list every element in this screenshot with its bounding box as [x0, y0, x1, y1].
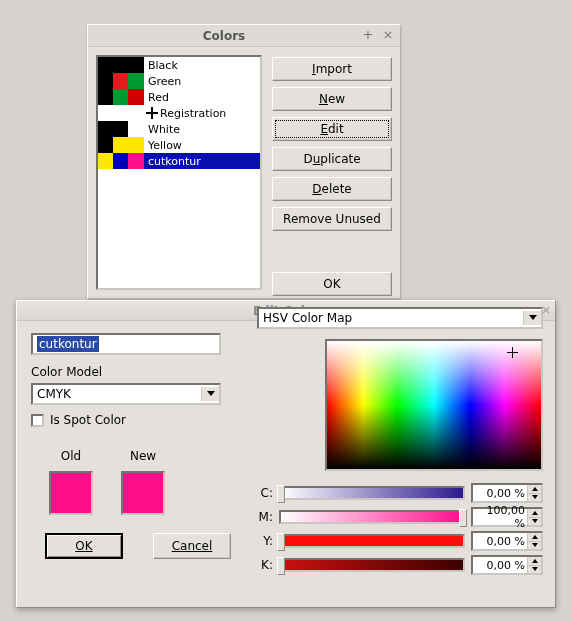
svg-marker-8 — [532, 559, 538, 563]
spin-down-icon[interactable] — [528, 494, 541, 502]
old-swatch-label: Old — [61, 449, 81, 463]
channel-slider[interactable] — [279, 534, 465, 548]
channel-label: M: — [257, 510, 273, 524]
hsv-color-map[interactable] — [325, 339, 543, 471]
channel-label: C: — [257, 486, 273, 500]
channel-spinbox[interactable]: 0,00 % — [471, 483, 543, 503]
list-item-label: Red — [148, 91, 169, 104]
delete-button[interactable]: Delete — [272, 177, 392, 201]
ok-button[interactable]: OK — [45, 533, 123, 559]
slider-knob-icon[interactable] — [459, 509, 467, 527]
close-icon[interactable]: × — [380, 28, 396, 44]
channel-value: 0,00 % — [473, 487, 527, 500]
color-swatch-icon — [128, 153, 144, 169]
color-swatch-icon — [128, 105, 144, 121]
list-item-label: Green — [148, 75, 181, 88]
channel-spinbox[interactable]: 100,00 % — [471, 507, 543, 527]
list-item[interactable]: White — [98, 121, 260, 137]
spot-color-checkbox[interactable] — [31, 414, 44, 427]
list-item-label: cutkontur — [148, 155, 201, 168]
list-item[interactable]: Red — [98, 89, 260, 105]
color-map-marker-icon[interactable] — [507, 347, 518, 358]
svg-marker-5 — [532, 519, 538, 523]
svg-marker-7 — [532, 543, 538, 547]
svg-marker-0 — [207, 391, 215, 396]
spin-down-icon[interactable] — [528, 518, 541, 526]
channel-slider[interactable] — [279, 486, 465, 500]
color-swatch-icon — [113, 89, 128, 105]
list-item-label: Black — [148, 59, 178, 72]
color-swatch-icon — [98, 153, 113, 169]
color-swatch-icon — [98, 89, 113, 105]
edit-color-dialog: Edit Color × Name: cutkontur Color Model… — [16, 300, 556, 608]
color-swatch-icon — [128, 121, 144, 137]
color-model-label: Color Model — [31, 365, 251, 379]
slider-knob-icon[interactable] — [277, 485, 285, 503]
channel-label: Y: — [257, 534, 273, 548]
spin-down-icon[interactable] — [528, 566, 541, 574]
color-swatch-icon — [113, 137, 128, 153]
channel-value: 100,00 % — [473, 504, 527, 530]
new-swatch — [121, 471, 165, 515]
list-item[interactable]: Yellow — [98, 137, 260, 153]
color-map-combo[interactable]: HSV Color Map — [257, 307, 543, 329]
color-swatch-icon — [98, 137, 113, 153]
color-swatch-icon — [128, 137, 144, 153]
svg-marker-9 — [532, 567, 538, 571]
import-button[interactable]: Import — [272, 57, 392, 81]
svg-marker-3 — [532, 495, 538, 499]
channel-row: M:100,00 % — [257, 505, 543, 529]
channel-value: 0,00 % — [473, 535, 527, 548]
spin-down-icon[interactable] — [528, 542, 541, 550]
spin-up-icon[interactable] — [528, 509, 541, 518]
list-item-label: Yellow — [148, 139, 182, 152]
color-swatch-icon — [113, 121, 128, 137]
list-item[interactable]: Registration — [98, 105, 260, 121]
color-swatch-icon — [98, 121, 113, 137]
colors-ok-button[interactable]: OK — [272, 272, 392, 296]
channel-slider[interactable] — [279, 558, 465, 572]
name-input[interactable]: cutkontur — [31, 333, 221, 355]
spin-up-icon[interactable] — [528, 485, 541, 494]
channel-slider[interactable] — [279, 510, 465, 524]
color-model-combo[interactable]: CMYK — [31, 383, 221, 405]
slider-knob-icon[interactable] — [277, 533, 285, 551]
minimize-icon[interactable]: + — [360, 28, 376, 44]
edit-button[interactable]: Edit — [272, 117, 392, 141]
old-swatch — [49, 471, 93, 515]
color-swatch-icon — [98, 105, 113, 121]
channel-row: C:0,00 % — [257, 481, 543, 505]
list-item-label: White — [148, 123, 180, 136]
svg-marker-1 — [529, 315, 537, 320]
color-swatch-icon — [113, 153, 128, 169]
channel-row: K:0,00 % — [257, 553, 543, 577]
list-item[interactable]: Green — [98, 73, 260, 89]
color-swatch-icon — [113, 73, 128, 89]
chevron-down-icon — [201, 387, 219, 401]
color-swatch-icon — [128, 73, 144, 89]
list-item[interactable]: cutkontur — [98, 153, 260, 169]
list-item[interactable]: Black — [98, 57, 260, 73]
color-list[interactable]: BlackGreenRedRegistrationWhiteYellowcutk… — [96, 55, 262, 290]
channel-spinbox[interactable]: 0,00 % — [471, 531, 543, 551]
channel-value: 0,00 % — [473, 559, 527, 572]
svg-marker-6 — [532, 535, 538, 539]
cancel-button[interactable]: Cancel — [153, 533, 231, 559]
color-swatch-icon — [128, 57, 144, 73]
spin-up-icon[interactable] — [528, 533, 541, 542]
new-swatch-label: New — [130, 449, 156, 463]
channel-label: K: — [257, 558, 273, 572]
slider-knob-icon[interactable] — [277, 557, 285, 575]
edit-left-column: cutkontur Color Model CMYK Is Spot Color… — [31, 333, 251, 559]
remove-unused-button[interactable]: Remove Unused — [272, 207, 392, 231]
svg-marker-4 — [532, 511, 538, 515]
duplicate-button[interactable]: Duplicate — [272, 147, 392, 171]
channel-spinbox[interactable]: 0,00 % — [471, 555, 543, 575]
channel-row: Y:0,00 % — [257, 529, 543, 553]
color-swatch-icon — [113, 57, 128, 73]
spin-up-icon[interactable] — [528, 557, 541, 566]
new-button[interactable]: New — [272, 87, 392, 111]
color-swatch-icon — [98, 73, 113, 89]
edit-right-column: HSV Color Map C:0,00 %M:100,00 %Y:0,00 %… — [257, 333, 543, 577]
color-swatch-icon — [98, 57, 113, 73]
